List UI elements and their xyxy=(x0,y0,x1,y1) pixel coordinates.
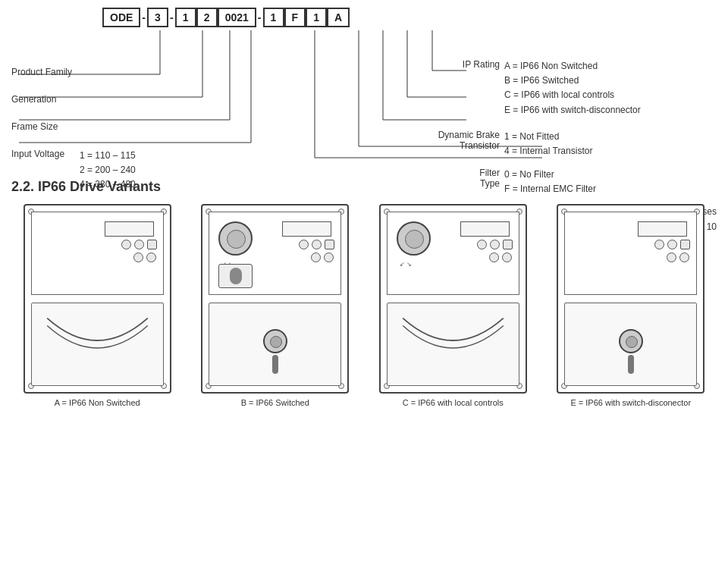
rotary-inner-c xyxy=(405,230,424,249)
btn-1-b xyxy=(299,240,309,249)
top-panel-c: ↙ ↘ xyxy=(387,212,519,295)
pn-1b: 1 xyxy=(263,8,284,27)
disc-knob-e xyxy=(619,329,643,353)
btn-row-1-e xyxy=(654,240,690,249)
disconnector-e xyxy=(619,329,643,374)
btn-row-2-c xyxy=(477,252,513,262)
rotary-knob-c: ↙ ↘ xyxy=(397,221,431,256)
transistor-label: Transistor xyxy=(428,140,500,151)
btn-3-a xyxy=(147,240,157,249)
frame-size-row: Frame Size xyxy=(11,121,239,132)
btn-2-a xyxy=(134,240,144,249)
variant-a-drawing xyxy=(24,204,171,394)
disc-handle-b xyxy=(272,355,278,374)
pn-2: 2 xyxy=(196,8,218,27)
buttons-a xyxy=(121,240,157,262)
dynamic-brake-label: Dynamic Brake xyxy=(428,130,500,140)
top-panel-e xyxy=(564,212,697,295)
ip-rating-label: IP Rating xyxy=(428,59,504,70)
btn-3-c xyxy=(503,240,513,249)
btn-5-c xyxy=(502,252,512,262)
part-number-section: ODE - 3 - 1 2 0021 - 1 F 1 A xyxy=(11,8,717,165)
db-val-2: 4 = Internal Transistor xyxy=(504,144,592,158)
part-diagram-container: Product Family Generation Frame Size Inp… xyxy=(11,29,717,165)
iv-val-1: 1 = 110 – 115 xyxy=(80,149,136,163)
bottom-panel-a xyxy=(31,303,164,386)
btn-row-2-b xyxy=(299,252,334,262)
pn-a: A xyxy=(327,8,350,27)
pn-sep3: - xyxy=(256,11,263,24)
variant-e: E = IP66 with switch-disconector xyxy=(545,204,717,407)
product-family-row: Product Family xyxy=(11,67,239,77)
dynamic-brake-values: 1 = Not Fitted 4 = Internal Transistor xyxy=(504,130,592,158)
btn-3-e xyxy=(680,240,690,249)
btn-5-b xyxy=(324,252,334,262)
top-panel-b: ↙ ↘ xyxy=(209,212,341,295)
btn-5-e xyxy=(679,252,689,262)
display-e xyxy=(638,221,687,237)
switch-b xyxy=(218,264,253,288)
part-number-boxes: ODE - 3 - 1 2 0021 - 1 F 1 A xyxy=(102,8,717,27)
pn-0021: 0021 xyxy=(218,8,256,27)
btn-2-e xyxy=(667,240,677,249)
variant-c-drawing: ↙ ↘ xyxy=(379,204,527,394)
btn-row-1-b xyxy=(299,240,334,249)
pn-f: F xyxy=(284,8,306,27)
ft-val-1: 0 = No Filter xyxy=(504,168,596,182)
disc-inner-e xyxy=(626,336,638,348)
rotary-knob-b: ↙ ↘ xyxy=(218,221,253,256)
generation-label: Generation xyxy=(11,94,80,105)
display-c xyxy=(460,221,510,237)
ip-rating-row: IP Rating A = IP66 Non Switched B = IP66… xyxy=(428,59,717,118)
disc-knob-b xyxy=(263,329,287,353)
variant-c-label: C = IP66 with local controls xyxy=(403,398,504,407)
filter-type-row: Filter Type 0 = No Filter F = Internal E… xyxy=(428,168,717,196)
iv-val-3: 4 = 380 – 480 xyxy=(80,177,136,192)
arrow-left-c: ↙ ↘ xyxy=(400,261,412,268)
bottom-panel-e xyxy=(564,303,697,386)
ip-val-2: B = IP66 Switched xyxy=(504,74,641,88)
disc-inner-b xyxy=(270,336,282,348)
variant-b-drawing: ↙ ↘ xyxy=(201,204,349,394)
variants-row: A = IP66 Non Switched ↙ ↘ xyxy=(11,204,717,407)
filter-label-block: Filter Type xyxy=(428,168,504,189)
generation-row: Generation xyxy=(11,94,239,105)
btn-1-c xyxy=(477,240,487,249)
btn-4-a xyxy=(133,252,143,262)
frame-size-label: Frame Size xyxy=(11,121,80,132)
btn-3-b xyxy=(325,240,334,249)
variant-a: A = IP66 Non Switched xyxy=(11,204,184,407)
ip-val-4: E = IP66 with switch-disconnector xyxy=(504,103,641,118)
pn-ode: ODE xyxy=(102,8,140,27)
display-a xyxy=(105,221,154,237)
dynamic-brake-label-block: Dynamic Brake Transistor xyxy=(428,130,504,151)
btn-1-a xyxy=(121,240,131,249)
btn-row-2-e xyxy=(654,252,690,262)
btn-4-e xyxy=(667,252,676,262)
rotary-inner-b xyxy=(227,230,246,249)
btn-row-1-a xyxy=(121,240,157,249)
ft-val-2: F = Internal EMC Filter xyxy=(504,182,596,196)
btn-row-1-c xyxy=(477,240,513,249)
buttons-c xyxy=(477,240,513,262)
btn-row-2-a xyxy=(121,252,157,262)
disconnector-b xyxy=(263,329,287,374)
variant-a-label: A = IP66 Non Switched xyxy=(55,398,140,407)
bottom-svg-c xyxy=(388,303,519,385)
bottom-svg-a xyxy=(32,303,163,385)
btn-4-b xyxy=(311,252,321,262)
variant-b-label: B = IP66 Switched xyxy=(241,398,309,407)
pn-1c: 1 xyxy=(306,8,327,27)
pn-3: 3 xyxy=(147,8,168,27)
bottom-panel-b xyxy=(209,303,341,386)
ip-val-3: C = IP66 with local controls xyxy=(504,88,641,102)
switch-handle-b xyxy=(230,268,242,284)
buttons-b xyxy=(299,240,334,262)
input-voltage-row: Input Voltage 1 = 110 – 115 2 = 200 – 24… xyxy=(11,149,239,193)
pn-sep2: - xyxy=(168,11,175,24)
bottom-panel-c xyxy=(387,303,519,386)
product-family-label: Product Family xyxy=(11,67,80,77)
left-labels-container: Product Family Generation Frame Size Inp… xyxy=(11,67,239,193)
pn-sep1: - xyxy=(140,11,147,24)
btn-1-e xyxy=(654,240,664,249)
